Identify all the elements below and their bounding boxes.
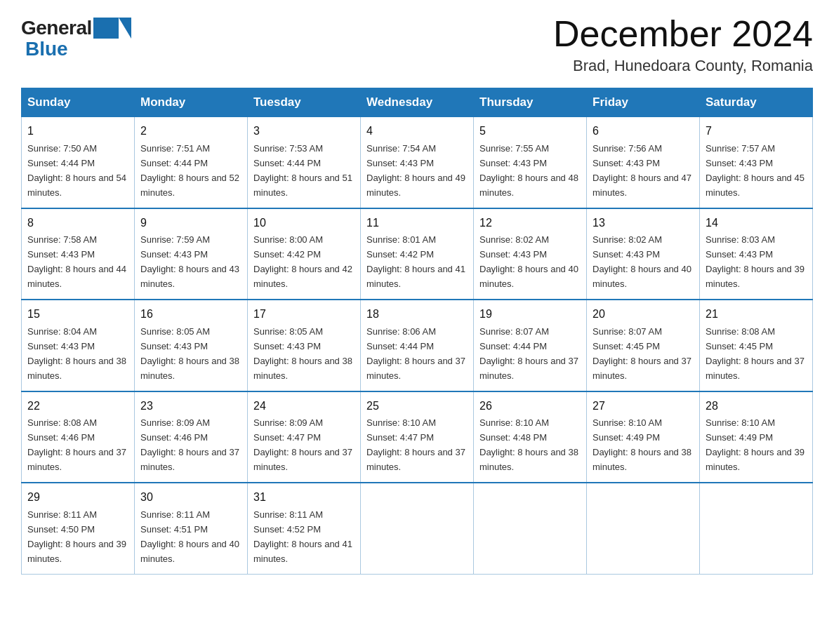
calendar-cell: 24Sunrise: 8:09 AMSunset: 4:47 PMDayligh…: [248, 391, 361, 483]
day-number: 22: [27, 398, 128, 415]
calendar-week-row: 15Sunrise: 8:04 AMSunset: 4:43 PMDayligh…: [22, 300, 813, 391]
day-header-thursday: Thursday: [474, 88, 587, 117]
day-info: Sunrise: 7:50 AMSunset: 4:44 PMDaylight:…: [27, 143, 126, 198]
day-info: Sunrise: 8:04 AMSunset: 4:43 PMDaylight:…: [27, 326, 126, 381]
calendar-week-row: 29Sunrise: 8:11 AMSunset: 4:50 PMDayligh…: [22, 483, 813, 574]
day-info: Sunrise: 8:10 AMSunset: 4:49 PMDaylight:…: [593, 417, 691, 472]
day-header-saturday: Saturday: [700, 88, 813, 117]
calendar-cell: 27Sunrise: 8:10 AMSunset: 4:49 PMDayligh…: [587, 391, 700, 483]
day-info: Sunrise: 8:07 AMSunset: 4:44 PMDaylight:…: [479, 326, 578, 381]
day-number: 28: [706, 398, 807, 415]
calendar-cell: 29Sunrise: 8:11 AMSunset: 4:50 PMDayligh…: [22, 483, 135, 574]
calendar-cell: 25Sunrise: 8:10 AMSunset: 4:47 PMDayligh…: [361, 391, 474, 483]
day-number: 17: [253, 306, 355, 323]
day-info: Sunrise: 7:57 AMSunset: 4:43 PMDaylight:…: [706, 143, 805, 198]
day-info: Sunrise: 7:55 AMSunset: 4:43 PMDaylight:…: [479, 143, 578, 198]
calendar-cell: 3Sunrise: 7:53 AMSunset: 4:44 PMDaylight…: [248, 117, 361, 208]
calendar-cell: 6Sunrise: 7:56 AMSunset: 4:43 PMDaylight…: [587, 117, 700, 208]
day-number: 20: [593, 306, 694, 323]
calendar-cell: 20Sunrise: 8:07 AMSunset: 4:45 PMDayligh…: [587, 300, 700, 391]
day-info: Sunrise: 7:54 AMSunset: 4:43 PMDaylight:…: [366, 143, 465, 198]
day-info: Sunrise: 8:01 AMSunset: 4:42 PMDaylight:…: [366, 234, 465, 289]
day-info: Sunrise: 8:06 AMSunset: 4:44 PMDaylight:…: [366, 326, 465, 381]
calendar-week-row: 22Sunrise: 8:08 AMSunset: 4:46 PMDayligh…: [22, 391, 813, 483]
calendar-cell: 19Sunrise: 8:07 AMSunset: 4:44 PMDayligh…: [474, 300, 587, 391]
day-number: 6: [593, 123, 694, 140]
calendar-cell: 16Sunrise: 8:05 AMSunset: 4:43 PMDayligh…: [135, 300, 248, 391]
page-header: General Blue December 2024 Brad, Hunedoa…: [21, 14, 813, 75]
calendar-cell: 2Sunrise: 7:51 AMSunset: 4:44 PMDaylight…: [135, 117, 248, 208]
calendar-subtitle: Brad, Hunedoara County, Romania: [553, 57, 813, 75]
day-number: 8: [27, 215, 128, 232]
logo-blue-text: Blue: [25, 38, 68, 60]
day-number: 13: [593, 215, 694, 232]
day-header-wednesday: Wednesday: [361, 88, 474, 117]
day-header-friday: Friday: [587, 88, 700, 117]
calendar-cell: 18Sunrise: 8:06 AMSunset: 4:44 PMDayligh…: [361, 300, 474, 391]
calendar-cell: 1Sunrise: 7:50 AMSunset: 4:44 PMDaylight…: [22, 117, 135, 208]
day-info: Sunrise: 8:10 AMSunset: 4:47 PMDaylight:…: [366, 417, 465, 472]
calendar-cell: 15Sunrise: 8:04 AMSunset: 4:43 PMDayligh…: [22, 300, 135, 391]
day-info: Sunrise: 8:11 AMSunset: 4:52 PMDaylight:…: [253, 509, 352, 564]
calendar-cell: 30Sunrise: 8:11 AMSunset: 4:51 PMDayligh…: [135, 483, 248, 574]
day-number: 31: [253, 489, 355, 507]
day-number: 15: [27, 306, 128, 323]
calendar-cell: 23Sunrise: 8:09 AMSunset: 4:46 PMDayligh…: [135, 391, 248, 483]
day-number: 21: [706, 306, 807, 323]
day-info: Sunrise: 8:10 AMSunset: 4:48 PMDaylight:…: [479, 417, 578, 472]
day-info: Sunrise: 7:56 AMSunset: 4:43 PMDaylight:…: [593, 143, 691, 198]
day-number: 29: [27, 489, 128, 507]
calendar-cell: 21Sunrise: 8:08 AMSunset: 4:45 PMDayligh…: [700, 300, 813, 391]
day-info: Sunrise: 8:11 AMSunset: 4:51 PMDaylight:…: [140, 509, 239, 564]
logo-general-text: General: [21, 17, 92, 39]
day-info: Sunrise: 7:51 AMSunset: 4:44 PMDaylight:…: [140, 143, 239, 198]
title-area: December 2024 Brad, Hunedoara County, Ro…: [553, 14, 813, 75]
logo-icon: [93, 18, 119, 39]
day-header-sunday: Sunday: [22, 88, 135, 117]
day-number: 4: [366, 123, 468, 140]
day-info: Sunrise: 8:02 AMSunset: 4:43 PMDaylight:…: [593, 234, 691, 289]
day-info: Sunrise: 8:02 AMSunset: 4:43 PMDaylight:…: [479, 234, 578, 289]
day-info: Sunrise: 8:05 AMSunset: 4:43 PMDaylight:…: [253, 326, 352, 381]
calendar-cell: 8Sunrise: 7:58 AMSunset: 4:43 PMDaylight…: [22, 208, 135, 300]
day-number: 25: [366, 398, 468, 415]
calendar-cell: 31Sunrise: 8:11 AMSunset: 4:52 PMDayligh…: [248, 483, 361, 574]
day-info: Sunrise: 7:53 AMSunset: 4:44 PMDaylight:…: [253, 143, 352, 198]
day-info: Sunrise: 8:03 AMSunset: 4:43 PMDaylight:…: [706, 234, 805, 289]
day-info: Sunrise: 8:10 AMSunset: 4:49 PMDaylight:…: [706, 417, 805, 472]
day-number: 11: [366, 215, 468, 232]
calendar-cell: 11Sunrise: 8:01 AMSunset: 4:42 PMDayligh…: [361, 208, 474, 300]
day-number: 24: [253, 398, 355, 415]
calendar-title: December 2024: [553, 14, 813, 54]
day-info: Sunrise: 8:09 AMSunset: 4:47 PMDaylight:…: [253, 417, 352, 472]
day-info: Sunrise: 8:08 AMSunset: 4:45 PMDaylight:…: [706, 326, 805, 381]
calendar-cell: [474, 483, 587, 574]
logo: General Blue: [21, 14, 119, 60]
calendar-cell: [587, 483, 700, 574]
calendar-week-row: 8Sunrise: 7:58 AMSunset: 4:43 PMDaylight…: [22, 208, 813, 300]
calendar-header-row: SundayMondayTuesdayWednesdayThursdayFrid…: [22, 88, 813, 117]
calendar-cell: [361, 483, 474, 574]
day-info: Sunrise: 8:09 AMSunset: 4:46 PMDaylight:…: [140, 417, 239, 472]
day-info: Sunrise: 8:11 AMSunset: 4:50 PMDaylight:…: [27, 509, 126, 564]
day-number: 30: [140, 489, 241, 507]
day-header-monday: Monday: [135, 88, 248, 117]
calendar-cell: 10Sunrise: 8:00 AMSunset: 4:42 PMDayligh…: [248, 208, 361, 300]
day-info: Sunrise: 8:07 AMSunset: 4:45 PMDaylight:…: [593, 326, 691, 381]
calendar-cell: 12Sunrise: 8:02 AMSunset: 4:43 PMDayligh…: [474, 208, 587, 300]
day-info: Sunrise: 8:08 AMSunset: 4:46 PMDaylight:…: [27, 417, 126, 472]
day-number: 1: [27, 123, 128, 140]
calendar-week-row: 1Sunrise: 7:50 AMSunset: 4:44 PMDaylight…: [22, 117, 813, 208]
day-info: Sunrise: 8:05 AMSunset: 4:43 PMDaylight:…: [140, 326, 239, 381]
day-info: Sunrise: 7:58 AMSunset: 4:43 PMDaylight:…: [27, 234, 126, 289]
day-number: 26: [479, 398, 581, 415]
day-info: Sunrise: 7:59 AMSunset: 4:43 PMDaylight:…: [140, 234, 239, 289]
day-info: Sunrise: 8:00 AMSunset: 4:42 PMDaylight:…: [253, 234, 352, 289]
calendar-cell: 5Sunrise: 7:55 AMSunset: 4:43 PMDaylight…: [474, 117, 587, 208]
calendar-cell: 13Sunrise: 8:02 AMSunset: 4:43 PMDayligh…: [587, 208, 700, 300]
day-number: 23: [140, 398, 241, 415]
calendar-table: SundayMondayTuesdayWednesdayThursdayFrid…: [21, 88, 813, 574]
calendar-cell: 26Sunrise: 8:10 AMSunset: 4:48 PMDayligh…: [474, 391, 587, 483]
calendar-cell: 4Sunrise: 7:54 AMSunset: 4:43 PMDaylight…: [361, 117, 474, 208]
day-number: 16: [140, 306, 241, 323]
